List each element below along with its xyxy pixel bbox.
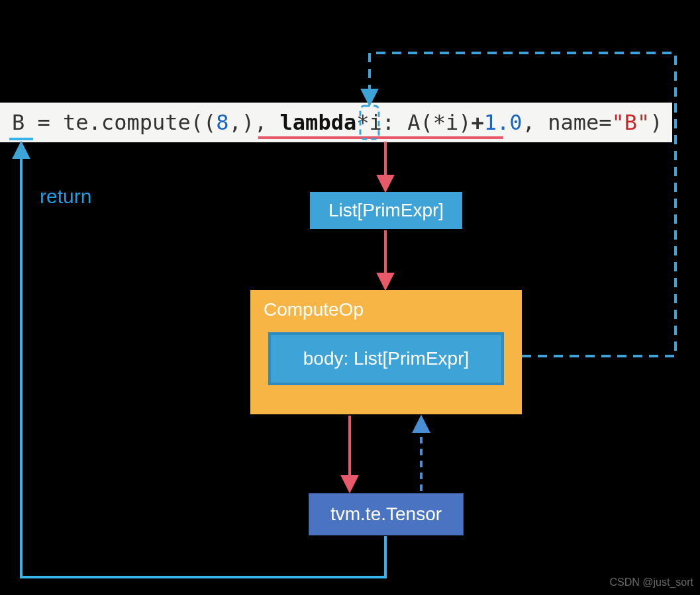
computeop-box: ComputeOp body: List[PrimExpr] (250, 290, 522, 414)
code-A-call: A (407, 110, 420, 135)
watermark: CSDN @just_sort (610, 576, 694, 588)
computeop-title: ComputeOp (264, 299, 509, 320)
code-lambda-kw: lambda (280, 110, 357, 135)
code-lhs: B (12, 110, 25, 135)
return-label: return (40, 185, 91, 208)
code-float-lit: 1.0 (484, 110, 523, 135)
list-primexpr-box: List[PrimExpr] (310, 192, 462, 229)
code-name-str: "B" (611, 110, 650, 135)
code-shape-num: 8 (216, 110, 228, 135)
tvm-tensor-box: tvm.te.Tensor (309, 493, 464, 535)
body-listprimexpr-box: body: List[PrimExpr] (268, 332, 504, 385)
code-line: B = te.compute((8,), lambda*i: A(*i)+1.0… (0, 103, 672, 142)
